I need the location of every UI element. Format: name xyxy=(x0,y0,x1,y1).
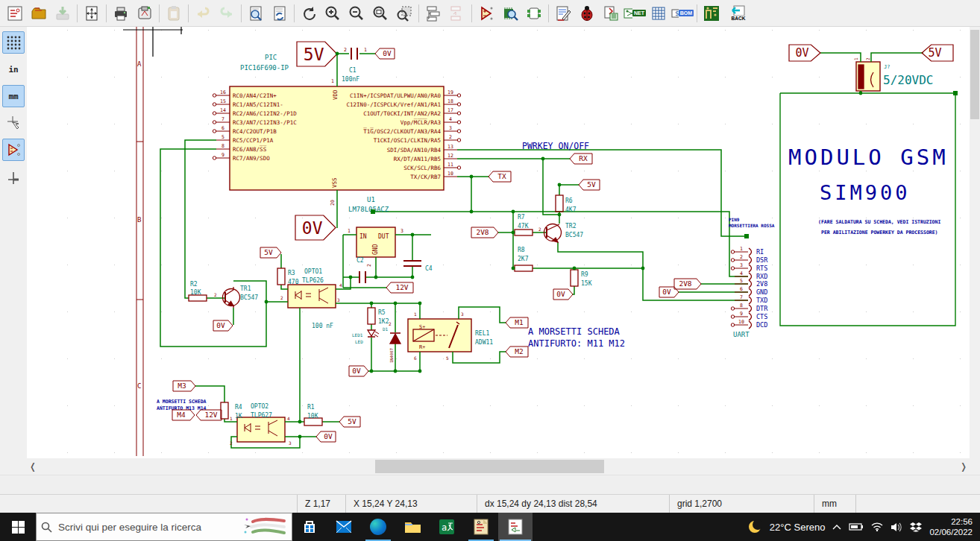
taskbar-explorer-icon[interactable] xyxy=(395,513,430,541)
symbol-browser-button[interactable] xyxy=(498,2,522,25)
scroll-left-arrow[interactable]: ❬ xyxy=(27,461,39,472)
pic-pin-name: RX/DT/AN11/RB5 xyxy=(394,156,441,162)
schematic-text: 2 xyxy=(865,57,870,60)
global-label-text: M1 xyxy=(515,318,524,326)
scroll-right-arrow[interactable]: ❭ xyxy=(958,461,970,472)
schematic-text: 470 xyxy=(288,279,299,285)
hidden-pins-button[interactable] xyxy=(2,139,25,161)
symbol-editor-button[interactable] xyxy=(474,2,498,25)
uart-pin-nc xyxy=(731,323,734,326)
pic-pin-name: RC1/AN5/C12IN1- xyxy=(233,101,283,108)
battery-icon[interactable] xyxy=(849,522,864,531)
schematic-text: 2 xyxy=(214,292,217,297)
uart-pin-nc xyxy=(731,315,734,318)
schematic-text: VSS xyxy=(331,177,338,188)
footprint-chooser-button[interactable] xyxy=(522,2,546,25)
uart-pin-nc xyxy=(731,267,734,270)
orthogonal-wires-button[interactable] xyxy=(2,165,25,188)
cursor-shape-button[interactable] xyxy=(2,112,25,134)
pic-pin-number: 14 xyxy=(220,107,226,113)
pic-pin-number: 8 xyxy=(222,143,224,149)
undo-button xyxy=(191,2,215,25)
units-inch-button[interactable]: in xyxy=(2,58,25,80)
pic-pin-nc xyxy=(457,112,460,115)
windows-logo-icon xyxy=(12,521,25,534)
zoom-out-button[interactable] xyxy=(345,2,368,25)
volume-icon[interactable] xyxy=(891,522,902,532)
schematic-text: ANTIFURTO: M11 M12 xyxy=(528,338,625,349)
uart-pin-name: TXD xyxy=(756,297,767,304)
horizontal-scrollbar-thumb[interactable] xyxy=(375,460,604,473)
schematic-text: 4K7 xyxy=(565,206,577,213)
grid-toggle-button[interactable] xyxy=(2,31,25,54)
pcbnew-button[interactable] xyxy=(700,2,723,25)
bom-button[interactable]: $BOM xyxy=(670,2,694,25)
bom-label: BOM xyxy=(679,10,694,16)
taskbar-eeschema-icon[interactable] xyxy=(498,513,533,541)
uart-pin-bracket xyxy=(749,313,752,320)
page-settings-button[interactable] xyxy=(80,2,104,25)
weather-text[interactable]: 22°C Sereno xyxy=(770,522,826,533)
schematic-text: VDD xyxy=(332,89,339,100)
uart-pin-number: 10 xyxy=(738,319,744,325)
print-button[interactable] xyxy=(109,2,133,25)
schematic-text: R5 xyxy=(378,309,386,316)
uart-pin-name: RI xyxy=(756,248,764,256)
hierarchy-navigator-button[interactable] xyxy=(421,2,445,25)
schematic-text: 1 xyxy=(414,311,417,317)
back-annotate-button[interactable]: BACK xyxy=(723,2,753,25)
horizontal-scrollbar[interactable]: ❬ ❭ xyxy=(27,458,970,475)
schematic-text: 1 xyxy=(364,47,367,53)
new-schematic-button[interactable] xyxy=(3,2,27,25)
schematic-text: OPTO2 xyxy=(251,403,268,410)
wifi-icon[interactable] xyxy=(871,522,883,531)
horizontal-scrollbar-track[interactable] xyxy=(39,458,958,475)
eeschema-window: NET $BOM BACK in mm xyxy=(0,0,980,541)
tray-chevron-icon[interactable] xyxy=(832,524,841,530)
zoom-in-button[interactable] xyxy=(321,2,345,25)
schematic-text: UART xyxy=(733,331,750,338)
vertical-scrollbar-thumb[interactable] xyxy=(970,30,979,119)
netlist-button[interactable]: NET xyxy=(623,2,647,25)
schematic-text: MORSETTIERA ROSSA xyxy=(729,223,775,228)
pic-pin-name: SDI/SDA/AN10/RB4 xyxy=(387,147,442,154)
junction-dot xyxy=(512,231,515,235)
uart-pin-number: 7 xyxy=(740,294,743,300)
global-label-text: 2V8 xyxy=(679,279,691,288)
open-schematic-button[interactable] xyxy=(27,2,51,25)
units-mm-button[interactable]: mm xyxy=(2,85,25,107)
annotate-button[interactable] xyxy=(599,2,623,25)
taskbar-mail-icon[interactable] xyxy=(327,513,361,541)
gsm-module-outline xyxy=(780,93,955,326)
vertical-scrollbar[interactable] xyxy=(970,27,980,458)
find-replace-button[interactable] xyxy=(268,2,292,25)
erc-button[interactable] xyxy=(575,2,599,25)
junction-dot xyxy=(418,370,422,373)
taskbar-kicad-icon[interactable] xyxy=(464,513,498,541)
sheet-black-lines xyxy=(123,27,183,57)
find-button[interactable] xyxy=(244,2,268,25)
symbol-table-button[interactable] xyxy=(647,2,670,25)
dropbox-icon[interactable] xyxy=(910,522,922,532)
power-flag-text: 5V xyxy=(929,46,942,60)
schematic-text: TLP627 xyxy=(251,412,272,419)
zoom-fit-button[interactable] xyxy=(368,2,392,25)
edit-symbol-fields-button[interactable] xyxy=(551,2,575,25)
start-button[interactable] xyxy=(0,513,36,541)
taskbar-clock[interactable]: 22:56 02/06/2022 xyxy=(929,516,973,538)
schematic-canvas[interactable]: PICPIC16F690-IPVDD1VSS2021C1100nFU1LM78L… xyxy=(27,27,970,458)
weather-moon-icon[interactable] xyxy=(747,519,762,534)
taskbar-store-icon[interactable] xyxy=(292,513,327,541)
pic-pin-name: RC7/AN9/SDO xyxy=(233,155,270,162)
taskbar-translator-icon[interactable]: a xyxy=(430,513,464,541)
paste-button xyxy=(162,2,186,25)
uart-pin-name: RTS xyxy=(756,265,767,272)
plot-button[interactable] xyxy=(133,2,157,25)
zoom-selection-button[interactable] xyxy=(392,2,416,25)
uart-pin-bracket xyxy=(749,305,752,312)
redraw-view-button[interactable] xyxy=(297,2,321,25)
search-placeholder: Scrivi qui per eseguire la ricerca xyxy=(58,522,201,533)
pic-pin-nc xyxy=(457,139,460,142)
taskbar-search[interactable]: Scrivi qui per eseguire la ricerca xyxy=(36,513,292,541)
taskbar-edge-icon[interactable] xyxy=(361,513,395,541)
